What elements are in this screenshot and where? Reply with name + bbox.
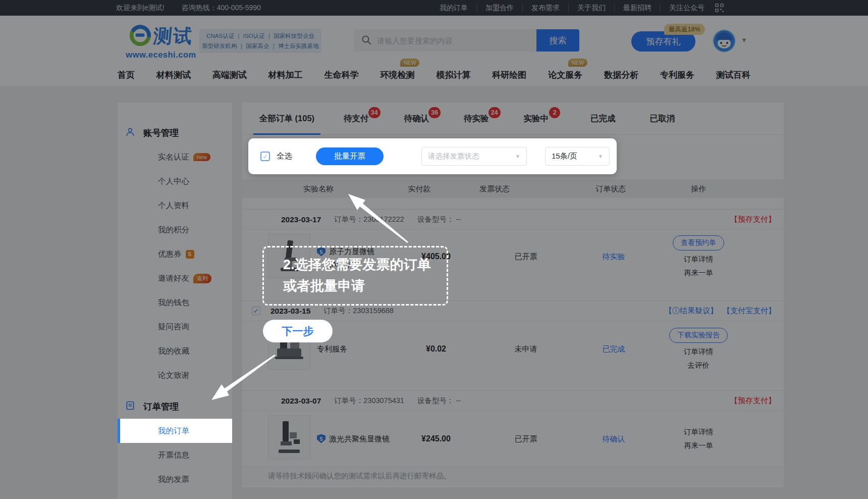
page-size-value: 15条/页 [552,152,577,161]
batch-invoice-toolbar: 全选 批量开票 请选择发票状态 ▼ 15条/页 ▼ [248,138,617,174]
tutorial-step-box: 2.选择您需要发票的订单 或者批量申请 [262,246,448,306]
sidebar-item-my-orders[interactable]: 我的订单 [118,419,232,443]
chevron-down-icon: ▼ [515,154,520,159]
chevron-down-icon: ▼ [598,154,603,159]
page-size-select[interactable]: 15条/页 ▼ [545,147,610,166]
batch-invoice-button[interactable]: 批量开票 [316,147,384,165]
select-all-checkbox[interactable] [260,152,270,161]
invoice-status-filter-placeholder: 请选择发票状态 [428,152,479,161]
tutorial-text-line1: 2.选择您需要发票的订单 [283,254,447,275]
select-all-label: 全选 [277,151,292,162]
invoice-status-filter[interactable]: 请选择发票状态 ▼ [421,147,527,166]
tutorial-text-line2: 或者批量申请 [283,275,447,296]
tutorial-next-button[interactable]: 下一步 [263,320,333,342]
